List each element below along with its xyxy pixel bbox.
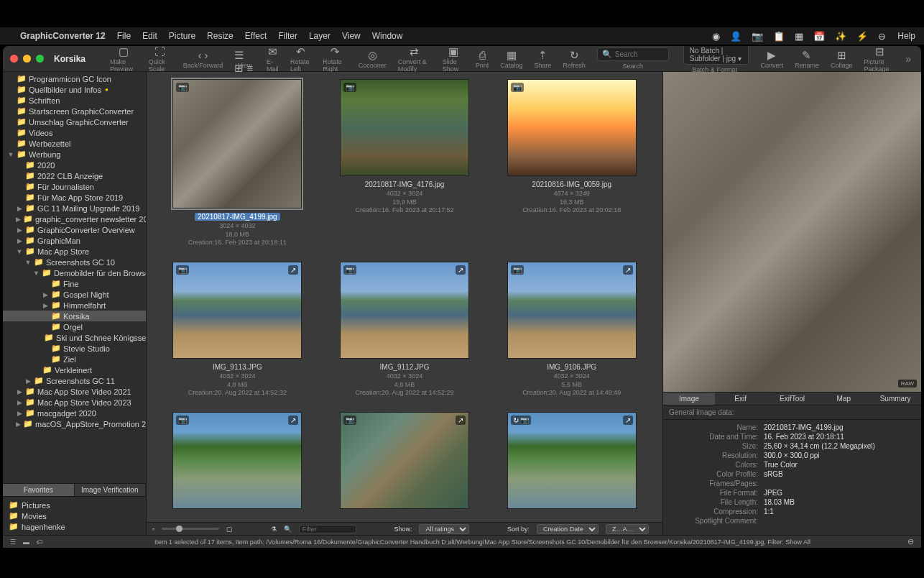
sort-order-select[interactable]: Z…A… <box>606 524 649 534</box>
collage-button[interactable]: ⊞Collage <box>826 49 857 69</box>
disclosure-icon[interactable]: ▶ <box>16 216 21 223</box>
print-button[interactable]: ⎙Print <box>471 49 494 69</box>
tree-item[interactable]: 📁Stevie Studio <box>3 343 146 354</box>
expand-toolbar-button[interactable]: » <box>902 53 914 65</box>
minimize-button[interactable] <box>23 55 31 63</box>
thumbnail[interactable]: 📷↗ <box>336 412 474 522</box>
search-input[interactable] <box>615 50 665 58</box>
close-button[interactable] <box>10 55 18 63</box>
thumb-large-icon[interactable]: ▢ <box>226 526 233 533</box>
thumbnail-image[interactable]: 📷↗ <box>340 262 469 359</box>
menu-help[interactable]: Help <box>897 31 915 41</box>
tree-item[interactable]: 📁2020 <box>3 160 146 170</box>
grid-icon[interactable]: ▦ <box>795 31 803 42</box>
menu-layer[interactable]: Layer <box>309 31 331 41</box>
favorite-item[interactable]: 📁Pictures <box>9 500 140 510</box>
thumbnail-image[interactable]: 📷↗ <box>172 412 302 509</box>
disclosure-icon[interactable]: ▶ <box>16 410 23 417</box>
tree-item[interactable]: ▶📁macOS_AppStore_Promotion 2018 <box>3 418 146 429</box>
tree-item[interactable]: 📁Ziel <box>3 354 146 364</box>
calendar-icon[interactable]: 📅 <box>813 31 825 42</box>
tree-item[interactable]: 📁Fine <box>3 278 146 289</box>
dnd-icon[interactable]: ⊖ <box>878 31 886 42</box>
bolt-icon[interactable]: ⚡ <box>856 31 868 42</box>
thumbnail[interactable]: ↻ 📷↗ <box>502 412 641 522</box>
tree-item[interactable]: ▼📁Werbung <box>3 149 146 160</box>
thumbnail-image[interactable]: ↻ 📷↗ <box>507 412 637 509</box>
disclosure-icon[interactable]: ▼ <box>33 270 40 277</box>
tree-item[interactable]: ▶📁Mac App Store Video 2023 <box>3 397 146 408</box>
panel-icon[interactable]: ▬ <box>23 538 29 546</box>
disclosure-icon[interactable]: ▶ <box>16 388 23 395</box>
thumbnail[interactable]: 📷↗IMG_9106.JPG4032 × 30245,5 MBCreation:… <box>502 262 641 398</box>
tree-item[interactable]: ▶📁Himmelfahrt <box>3 300 146 311</box>
thumbnails[interactable]: 📷20210817-IMG_4199.jpg3024 × 403218,0 MB… <box>147 72 662 522</box>
tree-item[interactable]: 📁Umschlag GraphicConverter <box>3 116 146 127</box>
show-select[interactable]: All ratings <box>419 524 469 534</box>
favorite-item[interactable]: 📁Movies <box>9 510 140 521</box>
thumbnail-image[interactable]: 📷↗ <box>172 262 302 359</box>
favorite-item[interactable]: 📁hagenhenke <box>9 521 140 532</box>
camera-icon[interactable]: 📷 <box>752 31 763 42</box>
tree-item[interactable]: 📁Videos <box>3 127 146 138</box>
thumbnail-image[interactable]: 📷 <box>507 79 637 176</box>
tree-item[interactable]: ▶📁Gospel Night <box>3 289 146 300</box>
folder-tree[interactable]: 📁Programmicon GC Icon📁Quellbilder und In… <box>3 72 146 483</box>
email-button[interactable]: ✉E-Mail <box>262 46 283 73</box>
list-icon[interactable]: ☰ <box>10 538 16 546</box>
clipboard-icon[interactable]: 📋 <box>773 31 785 42</box>
tree-item[interactable]: 📁Für Journalisten <box>3 181 146 192</box>
view-button[interactable]: ☰ ⊞ ≡View <box>230 49 259 69</box>
thumb-size-slider[interactable] <box>162 528 219 530</box>
sort-select[interactable]: Creation Date <box>537 524 599 534</box>
disclosure-icon[interactable]: ▼ <box>16 248 23 255</box>
thumbnail-image[interactable]: 📷↗ <box>507 262 637 359</box>
thumbnail-image[interactable]: 📷 <box>172 79 302 208</box>
menu-effect[interactable]: Effect <box>245 31 267 41</box>
menu-edit[interactable]: Edit <box>142 31 157 41</box>
tree-item[interactable]: ▼📁Mac App Store <box>3 246 146 257</box>
thumbnail[interactable]: 📷↗IMG_9112.JPG4032 × 30244,8 MBCreation:… <box>336 262 474 398</box>
menu-picture[interactable]: Picture <box>169 31 195 41</box>
tree-item[interactable]: ▶📁GraphicMan <box>3 235 146 246</box>
tab-exif[interactable]: Exif <box>715 393 767 405</box>
filter-input[interactable] <box>299 525 356 533</box>
app-menu[interactable]: GraphicConverter 12 <box>20 31 106 41</box>
tree-item[interactable]: 📁Startscreen GraphicConverter <box>3 106 146 116</box>
tree-item[interactable]: ▼📁Screenshots GC 10 <box>3 257 146 267</box>
share-button[interactable]: ⇡Share <box>530 49 555 69</box>
tree-item[interactable]: 📁Werbezettel <box>3 138 146 149</box>
refresh-button[interactable]: ↻Refresh <box>558 49 590 69</box>
rotate-left-button[interactable]: ↶Rotate Left <box>286 46 315 73</box>
wand-icon[interactable]: ✨ <box>835 31 846 42</box>
convert-button[interactable]: ▶Convert <box>756 49 787 69</box>
tree-item[interactable]: ▶📁Mac App Store Video 2021 <box>3 386 146 397</box>
convert-modify-button[interactable]: ⇄Convert & Modify <box>394 46 435 73</box>
filter-icon[interactable]: ⚗ <box>271 526 277 533</box>
slide-show-button[interactable]: ▣Slide Show <box>438 46 468 73</box>
tree-item[interactable]: ▶📁graphic_converter newsletter 2013 <box>3 214 146 224</box>
disclosure-icon[interactable]: ▶ <box>24 377 32 385</box>
cocooner-button[interactable]: ◎Cocooner <box>354 49 391 69</box>
thumbnail-image[interactable]: 📷 <box>340 79 469 176</box>
disclosure-icon[interactable]: ▼ <box>24 259 32 266</box>
record-icon[interactable]: ◉ <box>712 31 720 42</box>
make-preview-button[interactable]: ▢Make Preview <box>106 46 142 73</box>
disclosure-icon[interactable]: ▶ <box>16 399 23 406</box>
batch-format-button[interactable]: No Batch | Subfolder | jpg ▾ Batch & For… <box>676 46 754 73</box>
menu-resize[interactable]: Resize <box>207 31 234 41</box>
tree-item[interactable]: ▶📁macgadget 2020 <box>3 408 146 418</box>
tree-item[interactable]: ▼📁Demobilder für den Browser <box>3 267 146 278</box>
thumbnail[interactable]: 📷20210817-IMG_4199.jpg3024 × 403218,0 MB… <box>168 79 307 247</box>
tree-item[interactable]: ▶📁GraphicConverter Overview <box>3 224 146 235</box>
tree-item[interactable]: 📁Schriften <box>3 95 146 106</box>
disclosure-icon[interactable]: ▶ <box>42 291 49 298</box>
disclosure-icon[interactable]: ▶ <box>42 302 49 309</box>
tree-item[interactable]: 📁Korsika <box>3 311 146 321</box>
thumb-small-icon[interactable]: ▫ <box>152 526 154 533</box>
back-forward-button[interactable]: ‹ ›Back/Forward <box>179 49 228 69</box>
quick-scale-button[interactable]: ⛶Quick Scale <box>144 46 176 73</box>
favorites-tab[interactable]: Favorites <box>3 484 75 496</box>
rotate-right-button[interactable]: ↷Rotate Right <box>318 46 351 73</box>
tab-map[interactable]: Map <box>818 393 869 405</box>
